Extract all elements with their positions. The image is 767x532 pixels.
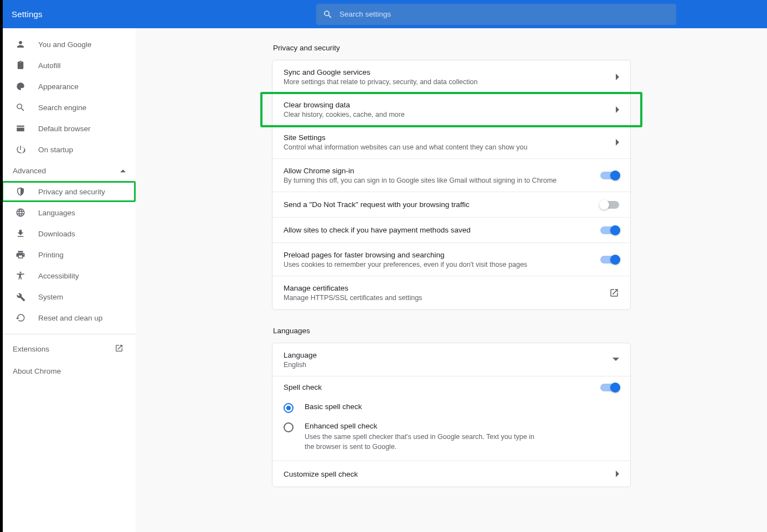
radio-input[interactable]: [284, 403, 294, 413]
row-title: Preload pages for faster browsing and se…: [284, 251, 593, 259]
globe-icon: [15, 207, 26, 218]
row-subtitle: By turning this off, you can sign in to …: [284, 177, 593, 184]
row-title: Language: [284, 351, 605, 359]
chevron-up-icon: [120, 167, 126, 175]
row-subtitle: Uses cookies to remember your preference…: [284, 261, 593, 268]
extensions-label: Extensions: [13, 345, 49, 353]
chevron-right-icon: [615, 106, 619, 113]
sidebar-item-label: Privacy and security: [38, 188, 105, 196]
row-title: Customize spell check: [284, 470, 607, 478]
radio-enhanced-spell-check[interactable]: Enhanced spell check Uses the same spell…: [272, 417, 630, 461]
sidebar-item-autofill[interactable]: Autofill: [3, 55, 136, 76]
sidebar-item-label: Printing: [38, 251, 64, 259]
power-icon: [15, 144, 26, 155]
toggle-preload[interactable]: [600, 256, 619, 264]
search-input[interactable]: [339, 10, 670, 18]
page-title: Settings: [12, 9, 316, 19]
chevron-right-icon: [615, 471, 619, 477]
chevron-down-icon: [612, 358, 619, 362]
privacy-card: Sync and Google services More settings t…: [272, 60, 631, 310]
row-allow-chrome-signin: Allow Chrome sign-in By turning this off…: [272, 159, 630, 192]
browser-icon: [15, 123, 26, 134]
toggle-spell-check[interactable]: [600, 384, 619, 391]
person-icon: [15, 39, 26, 50]
sidebar-link-extensions[interactable]: Extensions: [3, 338, 136, 360]
sidebar-item-languages[interactable]: Languages: [3, 202, 136, 223]
launch-icon: [609, 288, 619, 298]
sidebar-item-you-and-google[interactable]: You and Google: [3, 34, 136, 55]
row-language[interactable]: Language English: [272, 343, 630, 376]
about-label: About Chrome: [13, 367, 61, 375]
row-title: Allow Chrome sign-in: [284, 167, 593, 175]
radio-basic-spell-check[interactable]: Basic spell check: [272, 398, 630, 417]
sidebar-link-about[interactable]: About Chrome: [3, 360, 136, 382]
row-clear-browsing-data[interactable]: Clear browsing data Clear history, cooki…: [260, 92, 642, 127]
sidebar: You and Google Autofill Appearance Searc…: [3, 28, 136, 532]
sidebar-item-reset[interactable]: Reset and clean up: [3, 307, 136, 328]
row-title: Allow sites to check if you have payment…: [284, 226, 593, 234]
search-icon: [15, 102, 26, 113]
row-title: Spell check: [284, 383, 600, 391]
row-title: Clear browsing data: [284, 101, 607, 109]
sidebar-item-accessibility[interactable]: Accessibility: [3, 265, 136, 286]
sidebar-item-downloads[interactable]: Downloads: [3, 223, 136, 244]
sidebar-item-label: Search engine: [38, 104, 86, 112]
row-payment-methods: Allow sites to check if you have payment…: [272, 218, 630, 243]
main-content: Privacy and security Sync and Google ser…: [136, 28, 767, 532]
sidebar-item-appearance[interactable]: Appearance: [3, 76, 136, 97]
row-subtitle: English: [284, 361, 605, 369]
toggle-do-not-track[interactable]: [600, 201, 619, 209]
search-field[interactable]: [316, 4, 676, 25]
assignment-icon: [15, 60, 26, 71]
search-icon: [323, 9, 333, 19]
advanced-label: Advanced: [13, 167, 46, 175]
section-title-languages: Languages: [273, 327, 631, 335]
radio-label: Enhanced spell check: [305, 422, 543, 430]
shield-icon: [15, 186, 26, 197]
row-title: Manage certificates: [284, 284, 601, 292]
radio-sub: Uses the same spell checker that's used …: [305, 432, 543, 452]
section-title-privacy: Privacy and security: [273, 44, 631, 52]
row-title: Site Settings: [284, 133, 607, 142]
row-manage-certificates[interactable]: Manage certificates Manage HTTPS/SSL cer…: [272, 276, 630, 309]
row-subtitle: Clear history, cookies, cache, and more: [284, 111, 607, 118]
header: Settings: [3, 0, 767, 28]
row-subtitle: Manage HTTPS/SSL certificates and settin…: [284, 294, 601, 302]
row-do-not-track: Send a "Do Not Track" request with your …: [272, 192, 630, 218]
sidebar-item-label: Reset and clean up: [38, 314, 102, 322]
accessibility-icon: [15, 270, 26, 281]
radio-input[interactable]: [284, 422, 294, 432]
languages-card: Language English Spell check Basic spell…: [272, 343, 631, 487]
sidebar-item-label: Appearance: [38, 82, 79, 91]
launch-icon: [115, 344, 123, 354]
sidebar-advanced-toggle[interactable]: Advanced: [3, 160, 136, 181]
sidebar-item-printing[interactable]: Printing: [3, 244, 136, 265]
download-icon: [15, 228, 26, 239]
sidebar-item-label: On startup: [38, 146, 73, 154]
row-spell-check: Spell check: [272, 376, 630, 398]
restore-icon: [15, 312, 26, 323]
row-customize-spell-check[interactable]: Customize spell check: [272, 461, 630, 487]
print-icon: [15, 249, 26, 260]
row-subtitle: More settings that relate to privacy, se…: [284, 78, 607, 86]
row-sync-google-services[interactable]: Sync and Google services More settings t…: [272, 60, 630, 94]
sidebar-item-label: Default browser: [38, 125, 91, 133]
row-subtitle: Control what information websites can us…: [284, 143, 607, 151]
sidebar-item-label: You and Google: [38, 40, 91, 49]
sidebar-item-label: Autofill: [38, 61, 61, 70]
sidebar-item-default-browser[interactable]: Default browser: [3, 118, 136, 139]
sidebar-item-privacy-security[interactable]: Privacy and security: [3, 181, 136, 202]
palette-icon: [15, 81, 26, 92]
toggle-allow-signin[interactable]: [600, 172, 619, 179]
sidebar-item-label: System: [38, 293, 63, 301]
sidebar-item-label: Accessibility: [38, 272, 79, 280]
divider: [3, 334, 136, 334]
sidebar-item-search-engine[interactable]: Search engine: [3, 97, 136, 118]
chevron-right-icon: [615, 139, 619, 146]
sidebar-item-system[interactable]: System: [3, 286, 136, 307]
toggle-payment-methods[interactable]: [600, 226, 619, 234]
row-title: Sync and Google services: [284, 68, 607, 76]
sidebar-item-on-startup[interactable]: On startup: [3, 139, 136, 160]
row-title: Send a "Do Not Track" request with your …: [284, 200, 593, 209]
row-site-settings[interactable]: Site Settings Control what information w…: [272, 126, 630, 159]
